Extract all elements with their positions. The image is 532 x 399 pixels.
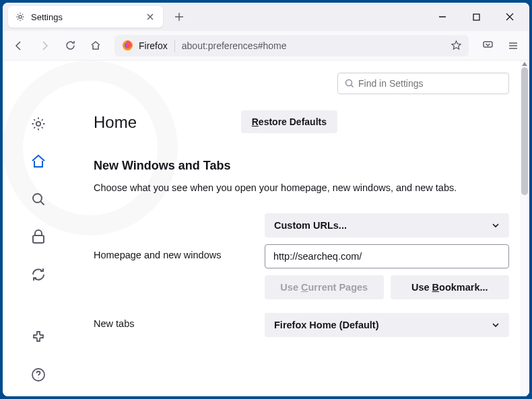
chevron-down-icon	[492, 221, 500, 229]
nav-bar: Firefox about:preferences#home	[3, 31, 529, 61]
new-tab-button[interactable]	[168, 6, 190, 28]
main-content: Restore Defaults Home New Windows and Ta…	[73, 61, 529, 396]
sidebar	[3, 61, 73, 396]
bookmark-icon[interactable]	[451, 40, 462, 51]
sidebar-home-icon[interactable]	[29, 152, 48, 171]
section-description: Choose what you see when you open your h…	[94, 181, 509, 194]
chevron-down-icon	[492, 321, 500, 329]
back-button[interactable]	[8, 35, 30, 57]
address-bar[interactable]: Firefox about:preferences#home	[114, 35, 469, 57]
url-prefix: Firefox	[139, 40, 168, 51]
sidebar-general-icon[interactable]	[29, 114, 48, 133]
search-icon	[345, 79, 354, 88]
use-current-pages-button[interactable]: Use Current Pages	[265, 275, 384, 299]
homepage-label: Homepage and new windows	[94, 213, 265, 260]
close-tab-icon[interactable]	[144, 11, 156, 23]
sidebar-help-icon[interactable]	[29, 365, 48, 384]
newtabs-select-value: Firefox Home (Default)	[274, 320, 379, 330]
homepage-url-input[interactable]	[265, 244, 509, 268]
forward-button[interactable]	[34, 35, 55, 57]
svg-rect-7	[33, 235, 44, 243]
section-title: New Windows and Tabs	[94, 159, 509, 173]
search-settings-box[interactable]	[337, 73, 509, 94]
svg-point-6	[33, 194, 42, 203]
sidebar-privacy-icon[interactable]	[29, 227, 48, 246]
maximize-button[interactable]	[459, 3, 493, 31]
svg-point-0	[19, 15, 22, 18]
svg-rect-1	[473, 14, 479, 20]
window-controls	[426, 3, 527, 31]
close-button[interactable]	[493, 3, 527, 31]
tab-label: Settings	[31, 12, 139, 22]
sidebar-sync-icon[interactable]	[29, 265, 48, 284]
sidebar-search-icon[interactable]	[29, 190, 48, 209]
svg-point-9	[346, 80, 352, 86]
pocket-icon[interactable]	[477, 35, 498, 57]
sidebar-extensions-icon[interactable]	[29, 328, 48, 347]
use-bookmark-button[interactable]: Use Bookmark...	[391, 275, 510, 299]
url-path: about:preferences#home	[182, 40, 445, 51]
menu-icon[interactable]	[502, 35, 524, 57]
reload-button[interactable]	[59, 35, 81, 57]
svg-point-5	[36, 122, 40, 126]
firefox-icon	[121, 40, 133, 52]
tab-settings[interactable]: Settings	[8, 6, 163, 28]
search-settings-input[interactable]	[358, 78, 502, 89]
gear-icon	[15, 11, 26, 22]
home-button[interactable]	[85, 35, 106, 57]
newtabs-select[interactable]: Firefox Home (Default)	[265, 313, 509, 337]
restore-defaults-button[interactable]: Restore Defaults	[241, 110, 337, 133]
minimize-button[interactable]	[426, 3, 459, 31]
url-divider	[174, 40, 175, 52]
homepage-select[interactable]: Custom URLs...	[265, 213, 509, 238]
newtabs-label: New tabs	[94, 313, 265, 329]
tab-bar: Settings	[3, 3, 529, 31]
homepage-select-value: Custom URLs...	[274, 220, 347, 231]
